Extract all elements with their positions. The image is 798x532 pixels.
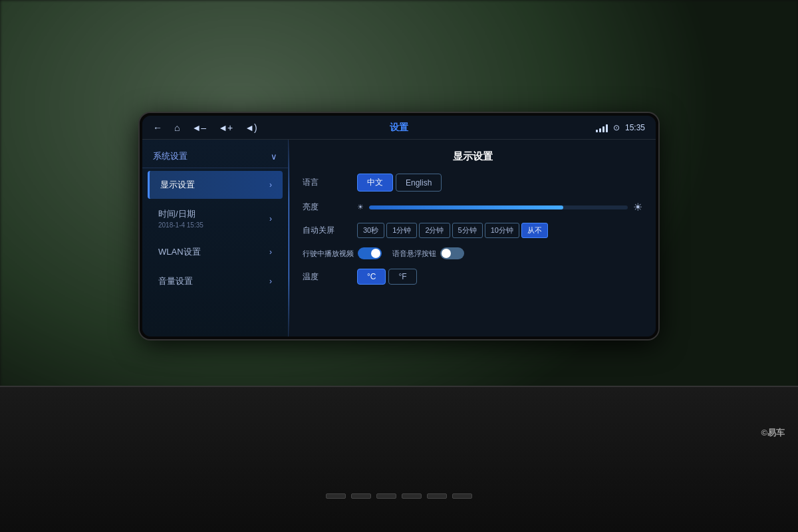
- screen-bezel: ← ⌂ ◄– ◄+ ◄) 设置 ⊙ 15:35: [140, 113, 658, 339]
- air-vents: [299, 493, 499, 499]
- status-bar: ← ⌂ ◄– ◄+ ◄) 设置 ⊙ 15:35: [142, 116, 656, 140]
- sidebar: 系统设置 ∨ 显示设置 › 时间/日期 2018-1-4 15:35 ›: [142, 140, 289, 336]
- drive-video-label: 行驶中播放视频: [303, 249, 354, 259]
- brightness-label: 亮度: [303, 201, 349, 213]
- temperature-buttons: °C °F: [357, 269, 417, 285]
- location-icon: ⊙: [613, 123, 620, 132]
- language-buttons: 中文 English: [357, 174, 442, 192]
- chevron-right-datetime-icon: ›: [269, 214, 272, 223]
- vent-1: [326, 493, 346, 499]
- sidebar-item-wlan-label: WLAN设置: [158, 246, 201, 258]
- drive-video-toggle-item: 行驶中播放视频: [303, 247, 382, 259]
- back-icon[interactable]: ←: [153, 122, 162, 133]
- vent-2: [351, 493, 371, 499]
- brightness-slider-track[interactable]: [369, 205, 628, 209]
- vol-mute-icon[interactable]: ◄): [245, 122, 257, 133]
- voice-button-toggle-item: 语音悬浮按钮: [392, 247, 464, 259]
- vent-6: [452, 493, 472, 499]
- sidebar-item-display-label: 显示设置: [160, 179, 195, 191]
- screen-title: 设置: [390, 122, 408, 134]
- vent-3: [376, 493, 396, 499]
- voice-button-label: 语音悬浮按钮: [392, 249, 436, 259]
- dashboard-bottom: [0, 386, 798, 532]
- temp-fahrenheit-button[interactable]: °F: [388, 269, 416, 285]
- drive-video-toggle-knob: [371, 249, 380, 258]
- auto-off-10m-button[interactable]: 10分钟: [485, 223, 519, 238]
- temp-celsius-button[interactable]: °C: [357, 269, 386, 285]
- lang-en-button[interactable]: English: [396, 174, 442, 192]
- sidebar-item-wlan[interactable]: WLAN设置 ›: [148, 238, 283, 266]
- sidebar-item-datetime-content: 时间/日期 2018-1-4 15:35: [158, 208, 203, 229]
- sidebar-item-datetime[interactable]: 时间/日期 2018-1-4 15:35 ›: [148, 200, 283, 237]
- right-panel: 显示设置 语言 中文 English 亮度 ☀: [289, 140, 656, 336]
- clock-display: 15:35: [625, 123, 645, 132]
- screen-wrapper: ← ⌂ ◄– ◄+ ◄) 设置 ⊙ 15:35: [140, 113, 658, 339]
- sidebar-item-sound-label: 音量设置: [158, 275, 193, 287]
- sidebar-title: 系统设置: [153, 150, 188, 162]
- sidebar-item-datetime-label: 时间/日期: [158, 208, 203, 220]
- status-right: ⊙ 15:35: [596, 123, 645, 132]
- auto-off-never-button[interactable]: 从不: [521, 223, 548, 238]
- vent-4: [402, 493, 422, 499]
- screen-display: ← ⌂ ◄– ◄+ ◄) 设置 ⊙ 15:35: [142, 116, 656, 336]
- status-left-icons: ← ⌂ ◄– ◄+ ◄): [153, 122, 596, 133]
- brightness-max-icon: ☀: [633, 201, 642, 213]
- vol-up-icon[interactable]: ◄+: [218, 122, 233, 133]
- watermark: ©易车: [761, 427, 785, 439]
- sidebar-item-display[interactable]: 显示设置 ›: [148, 171, 283, 199]
- sidebar-header[interactable]: 系统设置 ∨: [142, 145, 288, 168]
- brightness-row: 亮度 ☀ ☀: [303, 201, 642, 213]
- sidebar-collapse-icon[interactable]: ∨: [271, 152, 277, 162]
- language-label: 语言: [303, 177, 349, 188]
- language-row: 语言 中文 English: [303, 174, 642, 192]
- temperature-row: 温度 °C °F: [303, 269, 642, 285]
- main-content: 系统设置 ∨ 显示设置 › 时间/日期 2018-1-4 15:35 ›: [142, 140, 656, 336]
- home-icon[interactable]: ⌂: [174, 122, 180, 133]
- auto-off-row: 自动关屏 30秒 1分钟 2分钟 5分钟 10分钟 从不: [303, 223, 642, 238]
- auto-off-1m-button[interactable]: 1分钟: [386, 223, 417, 238]
- vol-down-icon[interactable]: ◄–: [192, 122, 206, 133]
- toggle-row: 行驶中播放视频 语音悬浮按钮: [303, 247, 642, 259]
- sidebar-item-datetime-subtitle: 2018-1-4 15:35: [158, 221, 203, 229]
- signal-icon: [596, 123, 608, 132]
- chevron-right-icon: ›: [269, 180, 272, 190]
- chevron-right-sound-icon: ›: [269, 277, 272, 286]
- auto-off-2m-button[interactable]: 2分钟: [419, 223, 450, 238]
- brightness-container: ☀ ☀: [357, 201, 642, 213]
- signal-bar-3: [602, 126, 604, 132]
- vent-5: [427, 493, 447, 499]
- auto-off-5m-button[interactable]: 5分钟: [452, 223, 483, 238]
- panel-title: 显示设置: [303, 150, 642, 163]
- signal-bar-4: [606, 124, 608, 132]
- temperature-label: 温度: [303, 271, 349, 283]
- sidebar-item-sound[interactable]: 音量设置 ›: [148, 267, 283, 295]
- signal-bar-1: [596, 130, 598, 132]
- auto-off-buttons: 30秒 1分钟 2分钟 5分钟 10分钟 从不: [357, 223, 548, 238]
- voice-button-toggle[interactable]: [440, 247, 464, 259]
- toggle-group: 行驶中播放视频 语音悬浮按钮: [303, 247, 464, 259]
- voice-button-toggle-knob: [442, 249, 451, 258]
- auto-off-30s-button[interactable]: 30秒: [357, 223, 384, 238]
- lang-zh-button[interactable]: 中文: [357, 174, 393, 192]
- brightness-min-icon: ☀: [357, 203, 364, 211]
- auto-off-label: 自动关屏: [303, 225, 349, 236]
- brightness-slider-fill: [369, 205, 563, 209]
- drive-video-toggle[interactable]: [358, 247, 382, 259]
- signal-bar-2: [599, 128, 601, 132]
- chevron-right-wlan-icon: ›: [269, 247, 272, 257]
